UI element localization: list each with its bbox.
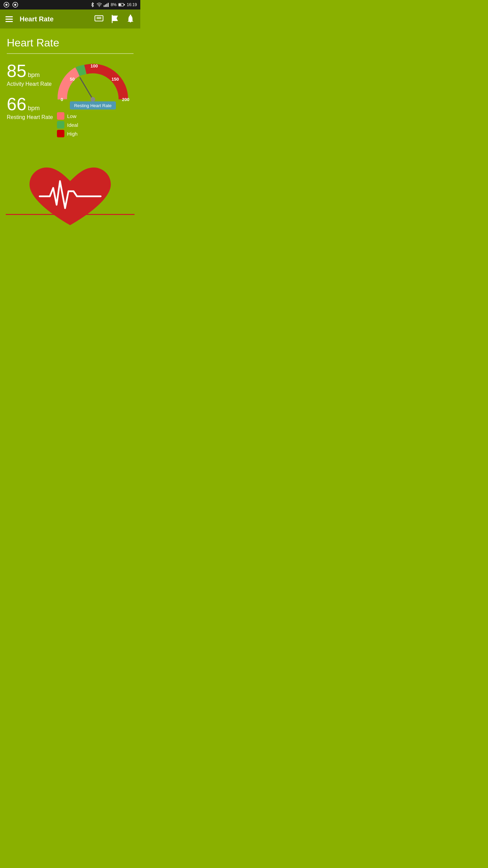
main-content: Heart Rate 85 bpm Activity Heart Rate 66…: [0, 28, 140, 242]
toolbar-left: Heart Rate: [5, 15, 54, 23]
camera-icon-2: [12, 2, 18, 8]
legend-dot-low: [57, 112, 64, 120]
resting-hr-row: 66 bpm: [7, 95, 56, 113]
resting-hr-label: Resting Heart Rate: [7, 114, 56, 120]
signal-icon: [104, 2, 109, 7]
battery-percent: 8%: [111, 2, 117, 7]
gauge-svg: 0 50 100 150 200 Resting Heart Rate: [56, 62, 130, 111]
svg-point-24: [90, 97, 95, 102]
resting-hr-unit: bpm: [28, 105, 40, 112]
bell-icon[interactable]: [126, 14, 135, 24]
svg-rect-7: [106, 4, 107, 7]
svg-text:Resting Heart Rate: Resting Heart Rate: [74, 103, 112, 108]
activity-hr-unit: bpm: [28, 72, 40, 78]
section-title: Heart Rate: [7, 37, 134, 49]
activity-hr-row: 85 bpm: [7, 62, 56, 80]
activity-hr-label: Activity Heart Rate: [7, 81, 56, 87]
svg-text:50: 50: [70, 77, 75, 82]
svg-point-3: [14, 4, 16, 6]
battery-icon: [118, 3, 125, 7]
svg-rect-11: [124, 4, 125, 5]
menu-button[interactable]: [5, 16, 13, 22]
svg-rect-5: [104, 5, 104, 7]
legend-dot-high: [57, 130, 64, 137]
hr-stats: 85 bpm Activity Heart Rate 66 bpm Restin…: [7, 62, 56, 129]
status-bar: 8% 16:19: [0, 0, 140, 9]
gauge-container: 0 50 100 150 200 Resting Heart Rate: [56, 62, 134, 139]
toolbar-title: Heart Rate: [20, 15, 54, 23]
heart-rate-section: 85 bpm Activity Heart Rate 66 bpm Restin…: [7, 62, 134, 139]
svg-text:150: 150: [111, 77, 119, 82]
wifi-icon: [97, 2, 102, 7]
message-icon[interactable]: [94, 14, 104, 24]
svg-rect-8: [108, 3, 108, 7]
toolbar: Heart Rate: [0, 9, 140, 28]
legend-low: Low: [57, 112, 132, 120]
svg-rect-10: [119, 4, 121, 6]
heart-icon: [19, 159, 121, 234]
divider: [7, 53, 134, 54]
svg-point-17: [130, 15, 131, 16]
svg-point-4: [99, 6, 100, 7]
flag-icon[interactable]: [110, 14, 119, 24]
activity-hr-value: 85: [7, 61, 26, 81]
gauge-svg-wrapper: 0 50 100 150 200 Resting Heart Rate: [56, 62, 130, 110]
status-left: [3, 2, 18, 8]
bluetooth-icon: [90, 2, 95, 7]
legend-dot-ideal: [57, 121, 64, 129]
legend-high-label: High: [67, 131, 78, 137]
legend-ideal-label: Ideal: [67, 122, 78, 128]
heart-section: [7, 159, 134, 234]
svg-point-1: [5, 4, 7, 6]
svg-text:0: 0: [61, 97, 63, 102]
legend-ideal: Ideal: [57, 121, 132, 129]
time-display: 16:19: [127, 2, 137, 7]
svg-text:100: 100: [90, 63, 98, 68]
svg-marker-12: [121, 4, 122, 6]
legend-low-label: Low: [67, 113, 77, 119]
resting-hr-value: 66: [7, 94, 26, 114]
status-right: 8% 16:19: [90, 2, 137, 7]
svg-rect-6: [105, 4, 106, 7]
svg-line-23: [80, 78, 93, 99]
legend-high: High: [57, 130, 132, 137]
gauge-legend: Low Ideal High: [56, 112, 134, 137]
svg-text:200: 200: [122, 97, 129, 102]
camera-icon-1: [3, 2, 9, 8]
toolbar-right: [94, 14, 135, 24]
